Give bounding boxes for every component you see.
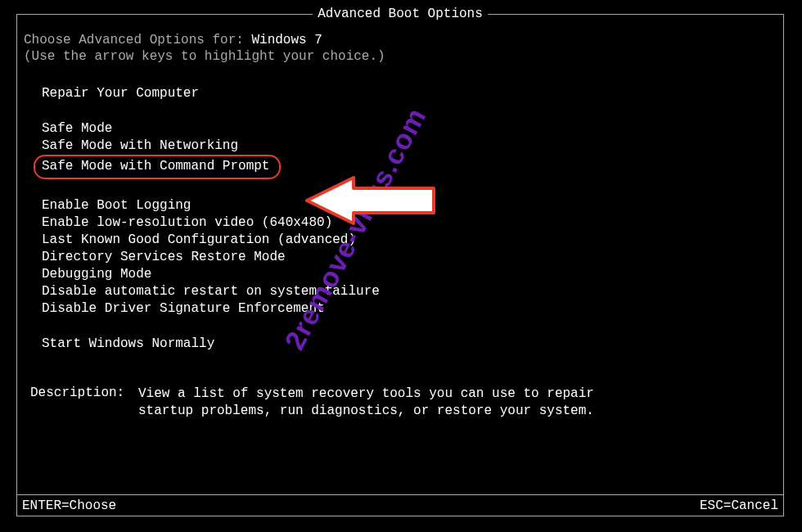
menu-item-disable-auto-restart[interactable]: Disable automatic restart on system fail… bbox=[42, 283, 380, 300]
menu-item-last-known-good[interactable]: Last Known Good Configuration (advanced) bbox=[42, 232, 356, 249]
description-text: View a list of system recovery tools you… bbox=[138, 385, 597, 420]
footer-enter-hint: ENTER=Choose bbox=[22, 498, 116, 513]
choose-prompt-label: Choose Advanced Options for: bbox=[24, 33, 251, 47]
menu-group-repair: Repair Your Computer bbox=[42, 85, 777, 102]
footer-esc-hint: ESC=Cancel bbox=[700, 498, 778, 513]
description-block: Description: View a list of system recov… bbox=[24, 385, 777, 420]
menu-item-disable-driver-sig[interactable]: Disable Driver Signature Enforcement bbox=[42, 300, 325, 318]
menu-item-safe-mode-networking[interactable]: Safe Mode with Networking bbox=[42, 138, 238, 155]
arrow-key-hint: (Use the arrow keys to highlight your ch… bbox=[24, 49, 777, 64]
menu-group-advanced: Enable Boot Logging Enable low-resolutio… bbox=[42, 197, 777, 318]
description-label: Description: bbox=[30, 385, 138, 400]
screen-title: Advanced Boot Options bbox=[313, 7, 488, 21]
menu-item-low-res-video[interactable]: Enable low-resolution video (640x480) bbox=[42, 214, 332, 232]
menu-group-normal: Start Windows Normally bbox=[42, 336, 777, 353]
menu-item-start-normally[interactable]: Start Windows Normally bbox=[42, 336, 214, 353]
menu-group-safe-mode: Safe Mode Safe Mode with Networking Safe… bbox=[42, 120, 777, 179]
menu-item-safe-mode[interactable]: Safe Mode bbox=[42, 120, 112, 138]
boot-options-frame: Advanced Boot Options Choose Advanced Op… bbox=[16, 14, 784, 516]
menu-item-enable-boot-logging[interactable]: Enable Boot Logging bbox=[42, 197, 191, 214]
menu-item-repair-your-computer[interactable]: Repair Your Computer bbox=[42, 85, 199, 102]
choose-prompt: Choose Advanced Options for: Windows 7 bbox=[24, 33, 777, 47]
footer-bar: ENTER=Choose ESC=Cancel bbox=[17, 494, 783, 516]
menu-item-directory-services-restore[interactable]: Directory Services Restore Mode bbox=[42, 249, 286, 266]
boot-menu[interactable]: Repair Your Computer Safe Mode Safe Mode… bbox=[24, 85, 777, 353]
os-name: Windows 7 bbox=[251, 33, 322, 47]
menu-item-debugging-mode[interactable]: Debugging Mode bbox=[42, 266, 151, 283]
menu-item-safe-mode-command-prompt[interactable]: Safe Mode with Command Prompt bbox=[34, 155, 281, 179]
